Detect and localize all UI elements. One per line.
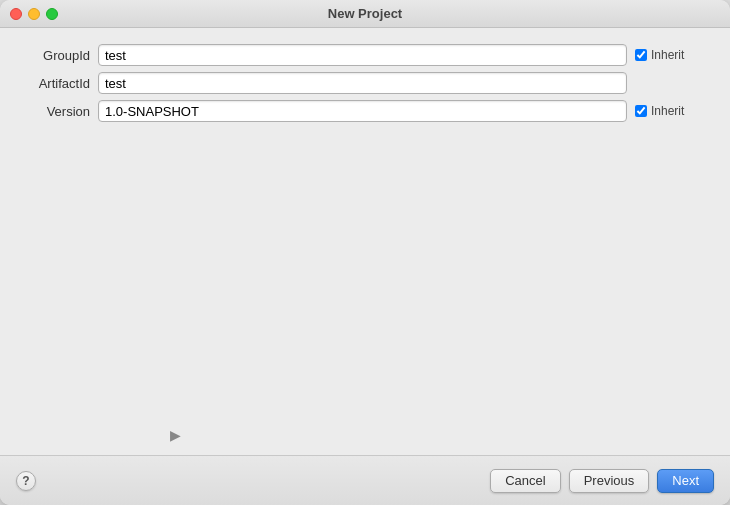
bottom-bar: ? Cancel Previous Next [0,455,730,505]
previous-button[interactable]: Previous [569,469,650,493]
version-inherit-label: Inherit [651,104,684,118]
help-button[interactable]: ? [16,471,36,491]
version-inherit-container: Inherit [635,104,710,118]
version-input[interactable] [98,100,627,122]
close-button[interactable] [10,8,22,20]
groupid-inherit-container: Inherit [635,48,710,62]
next-button[interactable]: Next [657,469,714,493]
traffic-lights [10,8,58,20]
window-title: New Project [328,6,402,21]
groupid-input[interactable] [98,44,627,66]
content-area: GroupId Inherit ArtifactId Version [0,28,730,455]
artifactid-input[interactable] [98,72,627,94]
artifactid-row: ArtifactId [20,72,710,94]
version-label: Version [20,104,90,119]
bottom-buttons: Cancel Previous Next [490,469,714,493]
form-area: GroupId Inherit ArtifactId Version [20,44,710,122]
groupid-row: GroupId Inherit [20,44,710,66]
titlebar: New Project [0,0,730,28]
new-project-window: New Project GroupId Inherit ArtifactId V [0,0,730,505]
content-spacer [20,122,710,439]
cancel-button[interactable]: Cancel [490,469,560,493]
version-row: Version Inherit [20,100,710,122]
groupid-label: GroupId [20,48,90,63]
maximize-button[interactable] [46,8,58,20]
version-inherit-checkbox[interactable] [635,105,647,117]
artifactid-label: ArtifactId [20,76,90,91]
arrow-indicator: ▶ [170,427,181,443]
groupid-inherit-checkbox[interactable] [635,49,647,61]
minimize-button[interactable] [28,8,40,20]
groupid-inherit-label: Inherit [651,48,684,62]
